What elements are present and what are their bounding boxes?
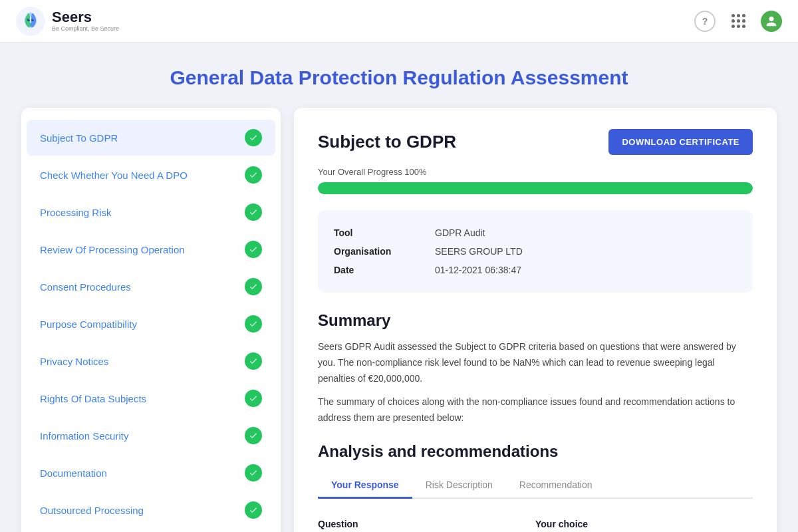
check-icon-outsourced-processing bbox=[245, 501, 262, 519]
sidebar-item-label-rights-data-subjects: Rights Of Data Subjects bbox=[40, 393, 146, 404]
sidebar-item-label-check-dpo: Check Whether You Need A DPO bbox=[40, 170, 188, 181]
sidebar-item-label-privacy-notices: Privacy Notices bbox=[40, 356, 108, 367]
header: Seers Be Compliant, Be Secure ? bbox=[0, 0, 798, 43]
tool-value: GDPR Audit bbox=[435, 227, 485, 238]
header-icons: ? bbox=[694, 11, 782, 32]
sidebar-item-check-dpo[interactable]: Check Whether You Need A DPO bbox=[27, 157, 275, 193]
svg-point-1 bbox=[27, 19, 30, 21]
check-icon-processing-risk bbox=[245, 203, 262, 221]
main-layout: Subject To GDPRCheck Whether You Need A … bbox=[0, 108, 798, 532]
check-icon-review-processing bbox=[245, 241, 262, 258]
svg-point-3 bbox=[29, 19, 29, 19]
section-title: Subject to GDPR bbox=[318, 132, 456, 152]
info-row-org: Organisation SEERS GROUP LTD bbox=[334, 242, 737, 261]
grid-menu-button[interactable] bbox=[728, 11, 749, 32]
progress-bar-fill bbox=[318, 182, 753, 194]
tab-risk-description[interactable]: Risk Description bbox=[412, 473, 506, 499]
logo-name: Seers bbox=[52, 9, 119, 25]
summary-paragraph1: Seers GDPR Audit assessed the Subject to… bbox=[318, 339, 753, 386]
user-menu-button[interactable] bbox=[761, 11, 782, 32]
svg-point-2 bbox=[31, 19, 34, 21]
progress-label: Your Overall Progress 100% bbox=[318, 167, 753, 177]
sidebar-item-consent-procedures[interactable]: Consent Procedures bbox=[27, 269, 275, 305]
sidebar-item-label-subject-to-gdpr: Subject To GDPR bbox=[40, 132, 118, 144]
sidebar-item-processing-risk[interactable]: Processing Risk bbox=[27, 194, 275, 230]
sidebar-item-purpose-compatibility[interactable]: Purpose Compatibility bbox=[27, 306, 275, 342]
check-icon-consent-procedures bbox=[245, 278, 262, 295]
org-value: SEERS GROUP LTD bbox=[435, 246, 523, 257]
seers-logo-icon bbox=[16, 7, 45, 36]
sidebar-item-label-outsourced-processing: Outsourced Processing bbox=[40, 505, 144, 516]
logo-text: Seers Be Compliant, Be Secure bbox=[52, 9, 119, 32]
sidebar-item-subject-to-gdpr[interactable]: Subject To GDPR bbox=[27, 120, 275, 156]
sidebar: Subject To GDPRCheck Whether You Need A … bbox=[21, 108, 281, 532]
check-icon-rights-data-subjects bbox=[245, 390, 262, 407]
tabs-row: Your ResponseRisk DescriptionRecommendat… bbox=[318, 473, 753, 499]
check-icon-documentation bbox=[245, 464, 262, 481]
sidebar-item-review-processing[interactable]: Review Of Processing Operation bbox=[27, 231, 275, 267]
tool-label: Tool bbox=[334, 227, 414, 238]
info-table: Tool GDPR Audit Organisation SEERS GROUP… bbox=[318, 210, 753, 293]
date-label: Date bbox=[334, 265, 414, 275]
sidebar-item-documentation[interactable]: Documentation bbox=[27, 455, 275, 491]
sidebar-item-information-security[interactable]: Information Security bbox=[27, 418, 275, 454]
sidebar-item-label-review-processing: Review Of Processing Operation bbox=[40, 244, 185, 255]
info-row-date: Date 01-12-2021 06:38:47 bbox=[334, 261, 737, 279]
col-choice: Your choice bbox=[535, 519, 753, 529]
download-certificate-button[interactable]: DOWNLOAD CERTIFICATE bbox=[608, 129, 753, 155]
sidebar-item-label-documentation: Documentation bbox=[40, 467, 107, 479]
check-icon-information-security bbox=[245, 427, 262, 444]
grid-icon bbox=[732, 14, 745, 28]
analysis-title: Analysis and recommendations bbox=[318, 442, 753, 461]
sidebar-item-label-information-security: Information Security bbox=[40, 430, 128, 442]
check-icon-purpose-compatibility bbox=[245, 315, 262, 332]
tab-your-response[interactable]: Your Response bbox=[318, 473, 412, 499]
page-title: General Data Protection Regulation Asses… bbox=[0, 66, 798, 89]
summary-paragraph2: The summary of choices along with the no… bbox=[318, 394, 753, 426]
help-button[interactable]: ? bbox=[694, 11, 716, 32]
sidebar-item-label-processing-risk: Processing Risk bbox=[40, 207, 112, 218]
check-icon-check-dpo bbox=[245, 166, 262, 184]
check-icon-privacy-notices bbox=[245, 352, 262, 370]
sidebar-item-outsourced-processing[interactable]: Outsourced Processing bbox=[27, 492, 275, 528]
logo-tagline: Be Compliant, Be Secure bbox=[52, 26, 119, 33]
user-icon bbox=[765, 15, 777, 27]
date-value: 01-12-2021 06:38:47 bbox=[435, 265, 521, 275]
col-question: Question bbox=[318, 519, 535, 529]
org-label: Organisation bbox=[334, 246, 414, 257]
tab-recommendation[interactable]: Recommendation bbox=[506, 473, 606, 499]
sidebar-item-rights-data-subjects[interactable]: Rights Of Data Subjects bbox=[27, 380, 275, 416]
svg-point-4 bbox=[33, 19, 33, 19]
sidebar-item-label-purpose-compatibility: Purpose Compatibility bbox=[40, 319, 137, 330]
sidebar-item-breach-notification[interactable]: Breach Notification bbox=[27, 529, 275, 532]
page-title-area: General Data Protection Regulation Asses… bbox=[0, 43, 798, 108]
sidebar-item-label-consent-procedures: Consent Procedures bbox=[40, 281, 131, 293]
check-icon-subject-to-gdpr bbox=[245, 129, 262, 146]
progress-bar-track bbox=[318, 182, 753, 194]
content-panel: Subject to GDPR DOWNLOAD CERTIFICATE You… bbox=[294, 108, 777, 532]
info-row-tool: Tool GDPR Audit bbox=[334, 223, 737, 242]
table-header: Question Your choice bbox=[318, 512, 753, 532]
logo-area: Seers Be Compliant, Be Secure bbox=[16, 7, 119, 36]
sidebar-item-privacy-notices[interactable]: Privacy Notices bbox=[27, 343, 275, 379]
summary-title: Summary bbox=[318, 311, 753, 330]
section-header: Subject to GDPR DOWNLOAD CERTIFICATE bbox=[318, 129, 753, 155]
